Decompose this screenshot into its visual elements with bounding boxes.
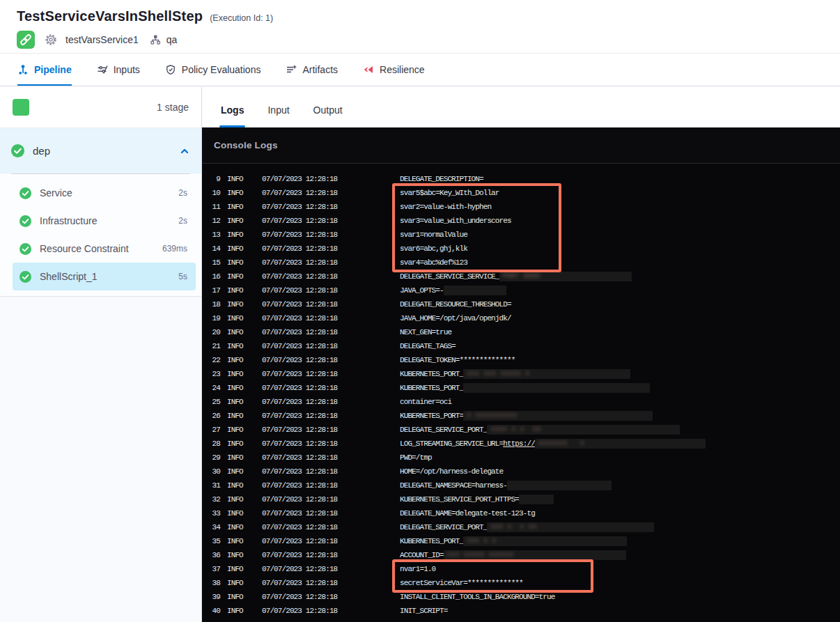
log-message: JAVA_OPTS=- (400, 283, 506, 297)
line-number: 11 (208, 200, 220, 214)
log-text: svar1=normalValue (400, 228, 467, 242)
log-text: DELEGATE_SERVICE_SERVICE_ (400, 270, 499, 283)
redacted-value: xxxxxxx x (535, 439, 706, 449)
log-message: svar2=value-with-hyphen (400, 200, 491, 214)
log-level: INFO (227, 367, 245, 381)
log-message: INSTALL_CLIENT_TOOLS_IN_BACKGROUND=true (400, 590, 554, 604)
tab-input[interactable]: Input (266, 104, 290, 127)
log-message: PWD=/tmp (400, 451, 432, 465)
tab-pipeline-label: Pipeline (34, 64, 72, 75)
console-header[interactable]: Console Logs (202, 127, 840, 164)
log-line: 9INFO07/07/2023 12:28:18DELEGATE_DESCRIP… (202, 172, 840, 186)
log-line: 23INFO07/07/2023 12:28:18KUBERNETES_PORT… (202, 367, 840, 381)
step-label: ShellScript_1 (40, 271, 178, 282)
tab-output[interactable]: Output (312, 104, 344, 127)
line-number: 30 (208, 465, 220, 479)
log-message: svar6=abc,ghj,klk (400, 242, 467, 256)
log-timestamp: 07/07/2023 12:28:18 (262, 409, 340, 423)
pipeline-icon (17, 64, 29, 75)
log-level: INFO (227, 200, 245, 214)
log-level: INFO (227, 548, 245, 562)
log-level: INFO (227, 242, 245, 256)
log-message: KUBERNETES_PORT_xxx xxx xxxxx x (400, 367, 630, 381)
log-line: 35INFO07/07/2023 12:28:18KUBERNETES_PORT… (202, 534, 840, 548)
environment-icon (150, 34, 161, 45)
log-level: INFO (227, 562, 245, 576)
log-line: 16INFO07/07/2023 12:28:18DELEGATE_SERVIC… (202, 270, 840, 283)
check-circle-icon (20, 243, 31, 255)
line-number: 31 (208, 479, 220, 492)
tab-policy-evaluations[interactable]: Policy Evaluations (165, 54, 261, 86)
log-level: INFO (227, 520, 245, 534)
log-line: 32INFO07/07/2023 12:28:18KUBERNETES_SERV… (202, 492, 840, 506)
log-text: KUBERNETES_PORT_ (400, 367, 463, 381)
log-timestamp: 07/07/2023 12:28:18 (262, 228, 340, 242)
service-name[interactable]: testVarsService1 (65, 34, 139, 45)
log-level: INFO (227, 423, 245, 437)
log-line: 30INFO07/07/2023 12:28:18HOME=/opt/harne… (202, 465, 840, 479)
log-level: INFO (227, 534, 245, 548)
log-timestamp: 07/07/2023 12:28:18 (262, 311, 340, 325)
tab-pipeline[interactable]: Pipeline (17, 54, 72, 86)
log-message: DELEGATE_SERVICE_PORT_xxx x x xx (400, 520, 654, 534)
tab-resilience[interactable]: Resilience (363, 54, 425, 86)
log-text: svar6=abc,ghj,klk (400, 242, 467, 256)
log-line: 21INFO07/07/2023 12:28:18DELEGATE_TAGS= (202, 339, 840, 353)
log-text: svar4=abc%def%123 (400, 256, 467, 270)
log-line: 26INFO07/07/2023 12:28:18KUBERNETES_PORT… (202, 409, 840, 423)
log-timestamp: 07/07/2023 12:28:18 (262, 200, 340, 214)
tab-policy-evaluations-label: Policy Evaluations (182, 64, 261, 75)
step-row-shellscript-1[interactable]: ShellScript_15s (13, 263, 196, 290)
redacted-value: xxx x x xx (487, 522, 654, 532)
log-link[interactable]: https:// (503, 437, 535, 451)
step-duration: 639ms (162, 244, 187, 254)
log-timestamp: 07/07/2023 12:28:18 (262, 297, 340, 311)
cd-module-icon (17, 31, 35, 49)
log-timestamp: 07/07/2023 12:28:18 (262, 451, 340, 465)
line-number: 24 (208, 381, 220, 395)
environment-name[interactable]: qa (166, 34, 178, 45)
log-timestamp: 07/07/2023 12:28:18 (262, 283, 340, 297)
stage-group-dep[interactable]: dep (0, 128, 201, 173)
log-level: INFO (227, 228, 245, 242)
tab-resilience-label: Resilience (380, 64, 425, 75)
tab-logs[interactable]: Logs (219, 104, 245, 127)
log-line: 14INFO07/07/2023 12:28:18svar6=abc,ghj,k… (202, 242, 840, 256)
log-timestamp: 07/07/2023 12:28:18 (262, 437, 340, 451)
log-message: nvar1=1.0 (400, 562, 435, 576)
log-level: INFO (227, 465, 245, 479)
log-message: DELEGATE_SERVICE_SERVICE_PORT 8080 (400, 270, 632, 283)
step-row-service[interactable]: Service2s (13, 179, 196, 207)
line-number: 28 (208, 437, 220, 451)
log-message: HOME=/opt/harness-delegate (400, 465, 503, 479)
log-message: svar4=abc%def%123 (400, 256, 467, 270)
log-level: INFO (227, 479, 245, 492)
log-level: INFO (227, 590, 245, 604)
chevron-up-icon[interactable] (179, 146, 190, 156)
log-text: nvar1=1.0 (400, 562, 435, 576)
log-message: INIT_SCRIPT= (400, 604, 447, 618)
log-message: svar1=normalValue (400, 228, 467, 242)
log-text: KUBERNETES_PORT_ (400, 381, 463, 395)
check-circle-icon (11, 144, 24, 157)
step-row-resource-constraint[interactable]: Resource Constraint639ms (13, 235, 196, 263)
console-log-body[interactable]: 9INFO07/07/2023 12:28:18DELEGATE_DESCRIP… (202, 164, 840, 622)
log-text: DELEGATE_SERVICE_PORT_ (400, 520, 487, 534)
step-list: Service2sInfrastructure2sResource Constr… (0, 174, 201, 297)
log-timestamp: 07/07/2023 12:28:18 (262, 520, 340, 534)
log-text: KUBERNETES_SERVICE_PORT_HTTPS= (400, 492, 519, 506)
log-message: DELEGATE_DESCRIPTION= (400, 172, 483, 186)
stage-status-square[interactable] (13, 99, 29, 116)
log-message: JAVA_HOME=/opt/java/openjdk/ (400, 311, 511, 325)
redacted-value: xxx xxx xxxxx x (463, 369, 630, 379)
log-message: svar5$abc=Key_WIth_Dollar (400, 186, 499, 200)
step-row-infrastructure[interactable]: Infrastructure2s (13, 207, 196, 235)
log-line: 27INFO07/07/2023 12:28:18DELEGATE_SERVIC… (202, 423, 840, 437)
tab-artifacts[interactable]: Artifacts (286, 54, 338, 86)
redacted-value (463, 383, 650, 393)
line-number: 35 (208, 534, 220, 548)
line-number: 25 (208, 395, 220, 409)
log-line: 12INFO07/07/2023 12:28:18svar3=value_wit… (202, 214, 840, 228)
log-timestamp: 07/07/2023 12:28:18 (262, 353, 340, 367)
tab-inputs[interactable]: Inputs (97, 54, 140, 86)
